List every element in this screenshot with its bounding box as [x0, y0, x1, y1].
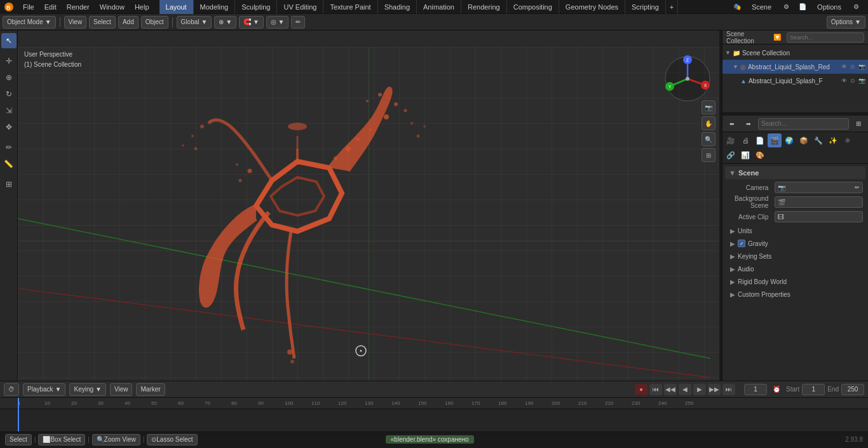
playhead[interactable] [18, 398, 19, 431]
units-section[interactable]: ▶ Units [725, 224, 865, 237]
keying-btn[interactable]: Keying ▼ [69, 383, 105, 396]
prev-keyframe-btn[interactable]: ◀ [679, 384, 691, 395]
record-btn[interactable]: ● [635, 384, 648, 395]
menu-edit[interactable]: Edit [39, 0, 62, 14]
outliner-scene-collection[interactable]: ▼ 📁 Scene Collection [722, 46, 868, 60]
view-layer-icon[interactable]: 📄 [796, 1, 810, 13]
item-select-icon-0[interactable]: ⊙ [850, 64, 855, 70]
rigid-body-section[interactable]: ▶ Rigid Body World [725, 275, 865, 288]
blender-logo[interactable]: B [0, 0, 18, 14]
object-menu[interactable]: Object [141, 16, 168, 29]
next-keyframe-btn[interactable]: ▶▶ [708, 384, 721, 395]
frame-clock-icon[interactable]: ⏰ [770, 384, 783, 395]
prop-tab-object[interactable]: 📦 [797, 133, 811, 147]
viewport-hand-icon[interactable]: ✋ [702, 116, 715, 130]
options-dropdown[interactable]: Options ▼ [827, 16, 865, 29]
menu-file[interactable]: File [18, 0, 39, 14]
prop-tab-world[interactable]: 🌍 [782, 133, 796, 147]
gravity-checkbox[interactable]: ✓ [738, 240, 745, 247]
tab-add[interactable]: + [666, 0, 678, 14]
tab-animation[interactable]: Animation [417, 0, 461, 14]
marker-btn[interactable]: Marker [136, 383, 165, 396]
item-select-icon-1[interactable]: ⊙ [850, 78, 855, 84]
menu-render[interactable]: Render [62, 0, 95, 14]
tool-select[interactable]: ↖ [1, 33, 17, 48]
snap-toggle[interactable]: 🧲 ▼ [239, 16, 264, 29]
tab-geometry-nodes[interactable]: Geometry Nodes [559, 0, 625, 14]
view-menu[interactable]: View [64, 16, 87, 29]
properties-search-input[interactable] [758, 118, 849, 130]
prop-tab-material[interactable]: 🎨 [753, 148, 767, 162]
tool-measure[interactable]: 📏 [1, 156, 17, 172]
tab-rendering[interactable]: Rendering [461, 0, 507, 14]
active-clip-value[interactable]: 🎞 [775, 211, 863, 222]
mode-dropdown[interactable]: Object Mode ▼ [3, 16, 56, 29]
tab-layout[interactable]: Layout [159, 0, 194, 14]
tab-texture-paint[interactable]: Texture Paint [323, 0, 377, 14]
tool-rotate[interactable]: ↻ [1, 86, 17, 102]
prev-frame-btn[interactable]: ◀◀ [664, 384, 677, 395]
scene-section-header[interactable]: ▼ Scene [725, 166, 865, 179]
viewport-grid-icon[interactable]: ⊞ [702, 148, 715, 162]
viewport-zoom-icon[interactable]: 🔍 [702, 132, 715, 146]
item-eye-icon-0[interactable]: 👁 [841, 64, 847, 70]
3d-gizmo[interactable]: Z X Y [662, 53, 713, 104]
viewport[interactable]: User Perspective (1) Scene Collection Z … [18, 31, 719, 381]
outliner-item-1[interactable]: ▲ Abstract_Liquid_Splash_F 👁 ⊙ 📷 [722, 74, 868, 88]
outliner-item-0[interactable]: ▼ ◎ Abstract_Liquid_Splash_Red 👁 ⊙ 📷 [722, 60, 868, 74]
proportional-edit[interactable]: ◎ ▼ [266, 16, 289, 29]
transform-dropdown[interactable]: Global ▼ [177, 16, 212, 29]
keying-sets-section[interactable]: ▶ Keying Sets [725, 250, 865, 262]
pivot-dropdown[interactable]: ⊕ ▼ [214, 16, 236, 29]
menu-help[interactable]: Help [130, 0, 154, 14]
tool-transform[interactable]: ✥ [1, 119, 17, 135]
prop-tab-viewlayer[interactable]: 📄 [753, 133, 767, 147]
timeline-mode-btn[interactable]: ⏱ [4, 383, 19, 396]
properties-options-icon[interactable]: ⊞ [851, 118, 865, 130]
prop-tab-output[interactable]: 🖨 [738, 133, 752, 147]
audio-section[interactable]: ▶ Audio [725, 262, 865, 275]
tab-sculpting[interactable]: Sculpting [235, 0, 277, 14]
item-eye-icon-1[interactable]: 👁 [841, 78, 847, 84]
view-layer-name[interactable]: Options [812, 0, 846, 14]
tab-uv-editing[interactable]: UV Editing [277, 0, 323, 14]
scene-icon[interactable]: 🎭 [730, 1, 744, 13]
prop-tab-physics[interactable]: ⚛ [841, 133, 855, 147]
tab-modeling[interactable]: Modeling [194, 0, 236, 14]
timeline-view-btn[interactable]: View [110, 383, 133, 396]
tab-scripting[interactable]: Scripting [625, 0, 666, 14]
add-menu[interactable]: Add [118, 16, 139, 29]
box-select-btn[interactable]: ⬜ Box Select [38, 434, 85, 445]
scene-options-icon[interactable]: ⚙ [779, 1, 793, 13]
select-status-btn[interactable]: Select [5, 434, 32, 445]
tool-cursor[interactable]: ✛ [1, 53, 17, 69]
prop-tab-render[interactable]: 🎥 [724, 133, 738, 147]
tab-compositing[interactable]: Compositing [507, 0, 559, 14]
prop-tab-constraint[interactable]: 🔗 [724, 148, 738, 162]
end-frame-input[interactable]: 250 [841, 384, 864, 395]
properties-fwd-icon[interactable]: ➡ [742, 118, 756, 130]
lasso-select-btn[interactable]: ⊙ Lasso Select [147, 434, 197, 445]
prop-tab-particles[interactable]: ✨ [826, 133, 840, 147]
select-menu[interactable]: Select [89, 16, 116, 29]
start-frame-input[interactable]: 1 [802, 384, 825, 395]
tool-scale[interactable]: ⇲ [1, 103, 17, 118]
scene-name[interactable]: Scene [747, 0, 776, 14]
background-scene-value[interactable]: 🎬 [775, 196, 863, 208]
item-render-icon-0[interactable]: 📷 [858, 64, 865, 70]
prop-tab-modifier[interactable]: 🔧 [811, 133, 825, 147]
tool-move[interactable]: ⊕ [1, 70, 17, 85]
custom-properties-section[interactable]: ▶ Custom Properties [725, 288, 865, 301]
outliner-filter-icon[interactable]: 🔽 [770, 32, 784, 43]
current-frame-input[interactable]: 1 [744, 384, 767, 395]
tool-annotate[interactable]: ✏ [1, 140, 17, 155]
viewport-canvas[interactable] [18, 47, 719, 381]
jump-start-btn[interactable]: ⏮ [649, 384, 662, 395]
menu-window[interactable]: Window [95, 0, 130, 14]
prop-tab-scene[interactable]: 🎬 [768, 133, 782, 147]
outliner-search-input[interactable] [787, 32, 864, 43]
play-btn[interactable]: ▶ [693, 384, 706, 395]
playback-btn[interactable]: Playback ▼ [23, 383, 65, 396]
viewport-camera-icon[interactable]: 📷 [702, 100, 715, 114]
annotations[interactable]: ✏ [291, 16, 305, 29]
